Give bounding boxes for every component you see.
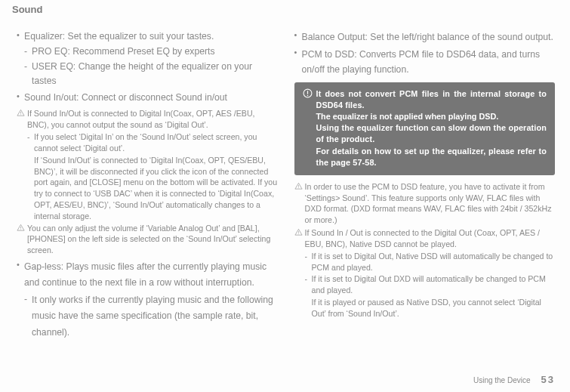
alert-icon (303, 88, 316, 168)
warning-icon (294, 228, 305, 251)
note-box: It does not convert PCM files in the int… (294, 82, 556, 175)
note-line-4: For details on how to set up the equaliz… (316, 146, 547, 168)
sound-io-item: • Sound In/out: Connect or disconnect So… (17, 91, 278, 105)
equalizer-item: • Equalizer: Set the equalizer to suit y… (17, 29, 278, 44)
warning-icon (17, 109, 27, 131)
warning-4: If Sound In / Out is connected to the Di… (294, 227, 556, 250)
bullet-icon: • (17, 91, 24, 105)
warning-icon (17, 224, 27, 257)
bullet-icon: • (17, 259, 24, 292)
warning-4-text: If Sound In / Out is connected to the Di… (305, 227, 556, 250)
warning-4-para: If it is played or paused as Native DSD,… (312, 297, 556, 319)
sound-io-text: Sound In/out: Connect or disconnect Soun… (24, 91, 278, 105)
warning-3-text: In order to use the PCM to DSD feature, … (305, 181, 556, 226)
warning-1-text: If Sound In/Out is connected to Digital … (27, 108, 278, 131)
pcm-item: • PCM to DSD: Converts PCM file to DSD64… (294, 47, 556, 78)
user-eq-item: - USER EQ: Change the height of the equa… (24, 60, 278, 88)
page-footer: Using the Device 53 (473, 373, 555, 387)
bullet-icon: • (294, 29, 302, 45)
dash-icon: - (24, 45, 32, 59)
left-column: • Equalizer: Set the equalizer to suit y… (17, 28, 278, 341)
right-column: • Balance Output: Set the left/right bal… (294, 28, 556, 341)
pcm-text: PCM to DSD: Converts PCM file to DSD64 d… (302, 47, 556, 78)
pro-eq-text: PRO EQ: Recommend Preset EQ by experts (32, 45, 214, 59)
warning-4-sub2: - If it is set to Digital Out DXD will a… (305, 273, 556, 296)
equalizer-text: Equalizer: Set the equalizer to suit you… (24, 29, 278, 44)
warning-icon (294, 182, 305, 227)
warning-1: If Sound In/Out is connected to Digital … (17, 108, 278, 131)
balance-item: • Balance Output: Set the left/right bal… (294, 29, 556, 45)
gapless-sub: - It only works if the currently playing… (24, 292, 278, 341)
warning-2-text: You can only adjust the volume if ‘Varia… (27, 223, 278, 256)
note-line-2: The equalizer is not applied when playin… (316, 111, 547, 122)
gapless-item: • Gap-less: Plays music files after the … (17, 259, 278, 292)
dash-icon: - (305, 251, 312, 273)
note-line-1: It does not convert PCM files in the int… (316, 88, 547, 111)
note-content: It does not convert PCM files in the int… (316, 88, 547, 168)
page-title: Sound (12, 3, 555, 17)
svg-point-8 (298, 187, 299, 188)
warning-3: In order to use the PCM to DSD feature, … (294, 181, 556, 226)
pro-eq-item: - PRO EQ: Recommend Preset EQ by experts (24, 45, 278, 59)
svg-point-3 (20, 229, 21, 230)
warning-4-sub1-text: If it is set to Digital Out, Native DSD … (312, 251, 556, 273)
dash-icon: - (305, 273, 312, 296)
warning-2: You can only adjust the volume if ‘Varia… (17, 223, 278, 256)
dash-icon: - (24, 292, 32, 341)
svg-point-10 (298, 233, 299, 234)
warning-1-sub-text: If you select ‘Digital In’ on the ‘Sound… (34, 131, 278, 154)
dash-icon: - (27, 131, 34, 154)
page-number: 53 (541, 373, 555, 387)
two-column-body: • Equalizer: Set the equalizer to suit y… (17, 28, 555, 341)
warning-4-sub1: - If it is set to Digital Out, Native DS… (305, 251, 556, 273)
dash-icon: - (24, 60, 32, 88)
gapless-text: Gap-less: Plays music files after the cu… (24, 259, 278, 292)
svg-point-6 (307, 95, 308, 97)
bullet-icon: • (294, 47, 302, 78)
warning-1-sub: - If you select ‘Digital In’ on the ‘Sou… (27, 131, 278, 154)
warning-1-para: If ‘Sound In/Out’ is connected to ‘Digit… (34, 155, 278, 222)
gapless-sub-text: It only works if the currently playing m… (32, 292, 278, 341)
svg-point-1 (20, 115, 21, 116)
bullet-icon: • (17, 29, 24, 44)
user-eq-text: USER EQ: Change the height of the equali… (32, 60, 278, 88)
balance-text: Balance Output: Set the left/right balan… (302, 29, 556, 45)
note-line-3: Using the equalizer function can slow do… (316, 122, 547, 145)
warning-4-sub2-text: If it is set to Digital Out DXD will aut… (312, 273, 556, 296)
footer-section: Using the Device (473, 375, 531, 387)
